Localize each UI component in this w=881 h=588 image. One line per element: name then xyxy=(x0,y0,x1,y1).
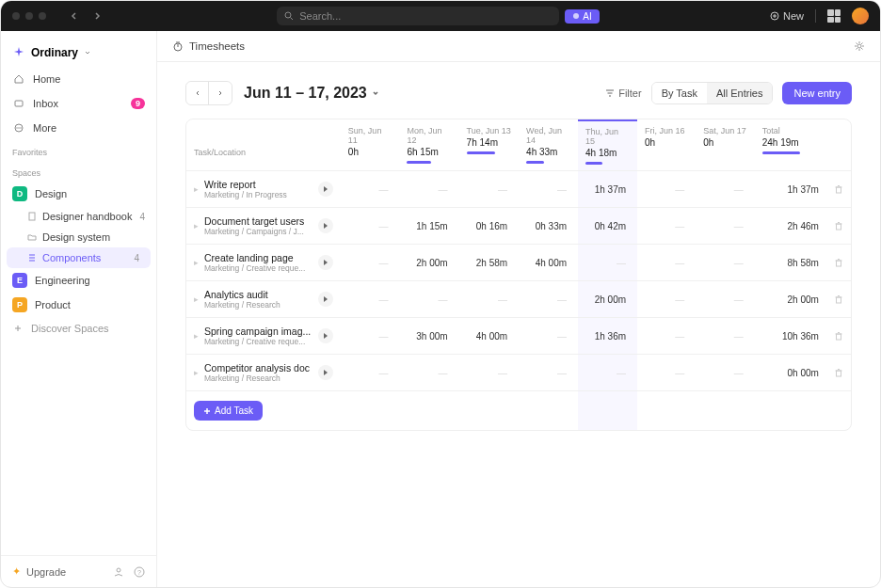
time-cell[interactable]: — xyxy=(341,355,400,391)
ai-button[interactable]: AI xyxy=(565,9,599,24)
time-cell[interactable]: — xyxy=(519,281,578,318)
time-cell[interactable]: — xyxy=(696,318,754,355)
add-task-button[interactable]: Add Task xyxy=(194,401,263,421)
time-cell[interactable]: 4h 00m xyxy=(459,318,519,355)
prev-week-button[interactable] xyxy=(186,82,209,104)
sidebar-item-inbox[interactable]: Inbox 9 xyxy=(1,91,156,116)
time-cell[interactable]: 1h 15m xyxy=(399,208,458,245)
time-cell[interactable]: 0h 33m xyxy=(519,208,578,245)
task-name[interactable]: Create landing page xyxy=(204,252,312,263)
time-cell[interactable]: — xyxy=(459,281,519,318)
task-name[interactable]: Analytics audit xyxy=(204,289,312,300)
svg-text:?: ? xyxy=(137,568,141,575)
delete-button[interactable] xyxy=(826,171,851,208)
apps-icon[interactable] xyxy=(827,9,841,23)
time-cell[interactable]: — xyxy=(399,171,458,208)
time-cell[interactable]: — xyxy=(578,355,637,391)
sidebar-item-more[interactable]: More xyxy=(1,116,156,140)
time-cell[interactable]: 2h 00m xyxy=(399,245,458,281)
time-cell[interactable]: 1h 37m xyxy=(578,171,637,208)
delete-button[interactable] xyxy=(826,281,851,318)
time-cell[interactable]: — xyxy=(341,281,400,318)
space-engineering[interactable]: E Engineering xyxy=(1,268,156,293)
by-task-tab[interactable]: By Task xyxy=(652,83,707,103)
time-cell[interactable]: — xyxy=(696,245,754,281)
time-cell[interactable]: — xyxy=(519,318,578,355)
time-cell[interactable]: 0h 42m xyxy=(578,208,637,245)
expand-icon[interactable]: ▸ xyxy=(194,221,199,230)
expand-icon[interactable]: ▸ xyxy=(194,294,199,304)
user-icon[interactable] xyxy=(113,566,124,578)
tree-components[interactable]: Components 4 xyxy=(7,247,151,268)
filter-button[interactable]: Filter xyxy=(605,87,641,99)
time-cell[interactable]: — xyxy=(637,318,696,355)
date-range[interactable]: Jun 11 – 17, 2023 xyxy=(244,85,380,102)
play-button[interactable] xyxy=(318,292,333,307)
time-cell[interactable]: — xyxy=(637,281,696,318)
help-icon[interactable]: ? xyxy=(134,566,145,578)
next-week-button[interactable] xyxy=(209,82,232,104)
tree-designer-handbook[interactable]: Designer handbook 4 xyxy=(1,206,156,227)
maximize-dot[interactable] xyxy=(39,12,46,20)
play-button[interactable] xyxy=(318,218,333,233)
sidebar-item-home[interactable]: Home xyxy=(1,67,156,91)
gear-icon[interactable] xyxy=(854,40,865,52)
time-cell[interactable]: — xyxy=(696,171,754,208)
time-cell[interactable]: — xyxy=(637,245,696,281)
time-cell[interactable]: — xyxy=(341,171,400,208)
time-cell[interactable]: — xyxy=(519,355,578,391)
task-name[interactable]: Write report xyxy=(204,179,312,190)
tree-design-system[interactable]: Design system xyxy=(1,227,156,247)
task-name[interactable]: Spring campaign imag... xyxy=(204,326,312,337)
new-button[interactable]: New xyxy=(770,10,804,22)
time-cell[interactable]: — xyxy=(341,318,400,355)
delete-button[interactable] xyxy=(826,318,851,355)
forward-button[interactable] xyxy=(88,7,106,25)
time-cell[interactable]: — xyxy=(341,208,400,245)
time-cell[interactable]: 4h 00m xyxy=(519,245,578,281)
avatar[interactable] xyxy=(852,8,869,24)
time-cell[interactable]: — xyxy=(399,355,458,391)
time-cell[interactable]: — xyxy=(341,245,400,281)
time-cell[interactable]: 2h 58m xyxy=(459,245,519,281)
play-button[interactable] xyxy=(318,328,333,343)
play-button[interactable] xyxy=(318,255,333,270)
time-cell[interactable]: 3h 00m xyxy=(399,318,458,355)
close-dot[interactable] xyxy=(12,12,20,20)
play-button[interactable] xyxy=(318,365,333,380)
task-name[interactable]: Competitor analysis doc xyxy=(204,362,312,373)
new-entry-button[interactable]: New entry xyxy=(782,82,852,104)
expand-icon[interactable]: ▸ xyxy=(194,331,199,341)
time-cell[interactable]: — xyxy=(637,208,696,245)
delete-button[interactable] xyxy=(826,208,851,245)
time-cell[interactable]: — xyxy=(519,171,578,208)
time-cell[interactable]: — xyxy=(637,171,696,208)
discover-spaces[interactable]: Discover Spaces xyxy=(1,317,156,340)
expand-icon[interactable]: ▸ xyxy=(194,368,199,377)
back-button[interactable] xyxy=(65,7,84,25)
time-cell[interactable]: — xyxy=(637,355,696,391)
time-cell[interactable]: — xyxy=(696,281,754,318)
space-product[interactable]: P Product xyxy=(1,293,156,317)
time-cell[interactable]: — xyxy=(578,245,637,281)
delete-button[interactable] xyxy=(826,355,851,391)
task-name[interactable]: Document target users xyxy=(204,215,312,227)
search-input[interactable]: Search... xyxy=(277,7,559,25)
upgrade-button[interactable]: Upgrade xyxy=(26,566,66,578)
time-cell[interactable]: — xyxy=(459,355,519,391)
minimize-dot[interactable] xyxy=(25,12,33,20)
time-cell[interactable]: — xyxy=(696,208,754,245)
time-cell[interactable]: 1h 36m xyxy=(578,318,637,355)
delete-button[interactable] xyxy=(826,245,851,281)
time-cell[interactable]: 2h 00m xyxy=(578,281,637,318)
time-cell[interactable]: 0h 16m xyxy=(459,208,519,245)
expand-icon[interactable]: ▸ xyxy=(194,258,199,267)
time-cell[interactable]: — xyxy=(696,355,754,391)
expand-icon[interactable]: ▸ xyxy=(194,184,199,194)
time-cell[interactable]: — xyxy=(459,171,519,208)
all-entries-tab[interactable]: All Entries xyxy=(707,83,773,103)
play-button[interactable] xyxy=(318,182,333,197)
workspace-switcher[interactable]: Ordinary xyxy=(1,39,156,67)
space-design[interactable]: D Design xyxy=(1,182,156,206)
time-cell[interactable]: — xyxy=(399,281,458,318)
